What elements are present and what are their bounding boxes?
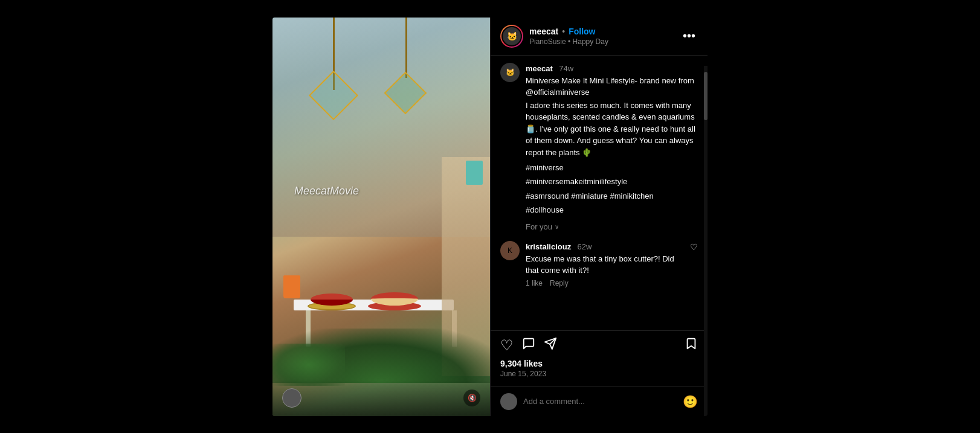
scrollbar-thumb[interactable] xyxy=(704,72,708,120)
cake-left xyxy=(311,293,353,306)
comment-username-1[interactable]: kristaliciouz xyxy=(526,242,571,251)
comment-likes-1: 1 like xyxy=(526,279,543,287)
comment-input[interactable] xyxy=(523,397,677,406)
for-you-row[interactable]: For you ∨ xyxy=(526,222,698,231)
comment-content-1: kristaliciouz 62w Excuse me was that a t… xyxy=(526,241,684,287)
caption-username[interactable]: meecat xyxy=(526,64,553,73)
comment-heart-1[interactable]: ♡ xyxy=(690,242,698,287)
video-watermark: MeecatMovie xyxy=(294,185,359,197)
cake-right xyxy=(371,292,418,306)
video-background: MeecatMovie 🔇 xyxy=(272,18,490,416)
caption-time: 74w xyxy=(559,64,573,73)
caption-block: 🐱 meecat 74w Miniverse Make It Mini Life… xyxy=(500,63,698,231)
header-dot: • xyxy=(562,27,565,36)
input-user-avatar xyxy=(500,393,517,410)
for-you-label: For you xyxy=(526,222,552,231)
reply-button-1[interactable]: Reply xyxy=(550,279,569,287)
caption-avatar[interactable]: 🐱 xyxy=(500,63,520,82)
follow-button[interactable]: Follow xyxy=(569,27,595,36)
comment-button[interactable] xyxy=(522,337,535,354)
header-info: meecat • Follow PianoSusie • Happy Day xyxy=(529,27,674,46)
caption-hashtags: #miniverse #miniversemakeitminilifestyle… xyxy=(526,161,698,217)
comment-input-row: 🙂 xyxy=(491,386,708,416)
caption-content: meecat 74w Miniverse Make It Mini Lifest… xyxy=(526,63,698,231)
video-panel: MeecatMovie 🔇 xyxy=(272,18,490,416)
action-icons: ♡ xyxy=(500,337,698,354)
action-bar: ♡ 9,304 likes June 15, 2023 xyxy=(491,330,708,386)
post-date: June 15, 2023 xyxy=(500,370,698,378)
scrollbar-track[interactable] xyxy=(704,66,708,416)
comment-actions-1: 1 like Reply xyxy=(526,279,684,287)
post-subtitle: PianoSusie • Happy Day xyxy=(529,37,674,46)
emoji-button[interactable]: 🙂 xyxy=(683,394,698,409)
mute-button[interactable]: 🔇 xyxy=(463,390,480,406)
shelf-item-teal xyxy=(466,161,483,185)
comment-text-1: Excuse me was that a tiny box cutter?! D… xyxy=(526,253,684,277)
like-button[interactable]: ♡ xyxy=(500,337,514,354)
post-modal: MeecatMovie 🔇 🐱 meecat • Follow PianoSus… xyxy=(272,18,708,416)
video-user-avatar[interactable] xyxy=(282,388,301,408)
video-controls: 🔇 xyxy=(272,380,490,416)
orange-cup xyxy=(283,275,300,298)
share-button[interactable] xyxy=(544,337,557,354)
caption-text-line2: I adore this series so much. It comes wi… xyxy=(526,100,698,159)
likes-count: 9,304 likes xyxy=(500,359,698,368)
caption-text-line1: Miniverse Make It Mini Lifestyle- brand … xyxy=(526,75,698,98)
bookmark-button[interactable] xyxy=(685,337,698,354)
comment-time-1: 62w xyxy=(578,242,592,251)
user-avatar-ring[interactable]: 🐱 xyxy=(500,25,523,48)
comment-avatar-1[interactable]: K xyxy=(500,241,520,260)
more-options-button[interactable]: ••• xyxy=(680,27,698,45)
string-right xyxy=(405,18,407,78)
username-row: meecat • Follow xyxy=(529,27,674,36)
post-username[interactable]: meecat xyxy=(529,27,558,36)
user-avatar: 🐱 xyxy=(501,26,522,47)
right-panel: 🐱 meecat • Follow PianoSusie • Happy Day… xyxy=(490,18,708,416)
comments-area[interactable]: 🐱 meecat 74w Miniverse Make It Mini Life… xyxy=(491,56,708,330)
post-header: 🐱 meecat • Follow PianoSusie • Happy Day… xyxy=(491,18,708,56)
for-you-chevron: ∨ xyxy=(555,223,559,230)
comment-row: K kristaliciouz 62w Excuse me was that a… xyxy=(500,241,698,287)
scene-overlay xyxy=(272,18,490,416)
